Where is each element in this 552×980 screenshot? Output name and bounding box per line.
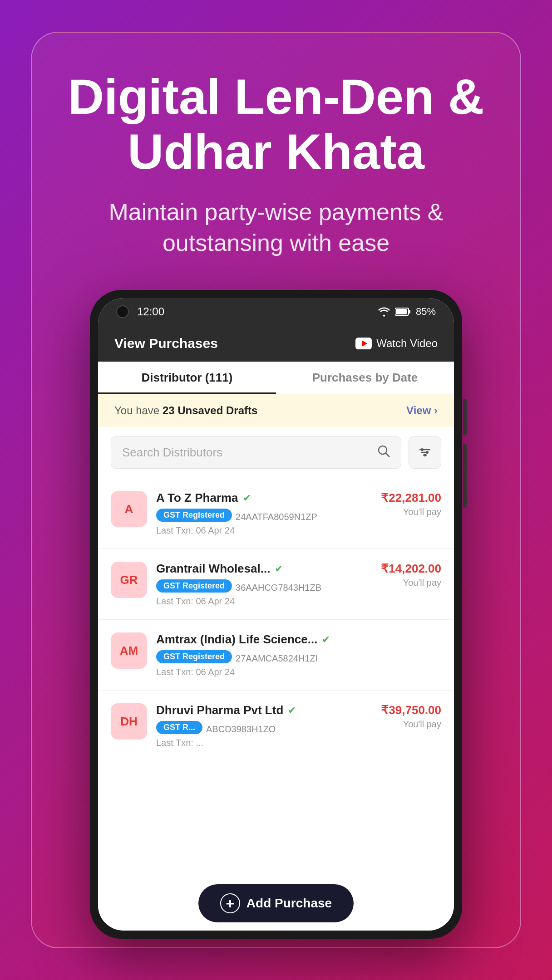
svg-rect-1	[396, 309, 407, 314]
svg-point-10	[424, 454, 426, 456]
distributor-item-1[interactable]: GR Grantrail Wholesal... ✔ GST Registere…	[98, 549, 454, 620]
search-placeholder: Search Distributors	[122, 446, 370, 460]
add-purchase-button[interactable]: + Add Purchase	[198, 884, 354, 922]
amount-label-1: You'll pay	[381, 578, 441, 588]
dist-name-row-3: Dhruvi Pharma Pvt Ltd ✔	[156, 703, 372, 717]
draft-text: You have 23 Unsaved Drafts	[114, 404, 257, 417]
draft-prefix: You have	[114, 404, 163, 416]
dist-name-3: Dhruvi Pharma Pvt Ltd	[156, 703, 283, 717]
view-drafts-link[interactable]: View ›	[406, 404, 438, 417]
amount-value-0: ₹22,281.00	[381, 491, 441, 505]
dist-info-3: Dhruvi Pharma Pvt Ltd ✔ GST R... ABCD398…	[156, 703, 372, 748]
phone-container: 12:00	[81, 290, 471, 939]
dist-name-row-0: A To Z Pharma ✔	[156, 491, 372, 505]
gst-number-2: 27AAMCA5824H1ZI	[236, 653, 318, 664]
hero-title: Digital Len-Den & Udhar Khata	[50, 69, 502, 179]
draft-highlight: 23 Unsaved Drafts	[163, 404, 257, 416]
distributor-item-2[interactable]: AM Amtrax (India) Life Science... ✔ GST …	[98, 620, 454, 691]
draft-banner: You have 23 Unsaved Drafts View ›	[98, 394, 454, 427]
gst-badge-0: GST Registered	[156, 509, 232, 522]
svg-rect-2	[409, 310, 410, 314]
status-right: 85%	[378, 306, 436, 318]
wifi-icon	[378, 307, 390, 317]
filter-button[interactable]	[409, 436, 441, 469]
battery-icon	[395, 307, 411, 317]
filter-icon	[419, 447, 431, 458]
search-icon	[377, 445, 390, 461]
dist-name-2: Amtrax (India) Life Science...	[156, 632, 317, 647]
distributor-item-0[interactable]: A A To Z Pharma ✔ GST Registered 24AATFA…	[98, 478, 454, 549]
status-time: 12:00	[137, 305, 164, 318]
dist-amount-3: ₹39,750.00 You'll pay	[381, 703, 441, 730]
dist-amount-1: ₹14,202.00 You'll pay	[381, 562, 441, 588]
dist-name-0: A To Z Pharma	[156, 491, 238, 505]
watch-video-label: Watch Video	[376, 337, 438, 350]
phone-mockup: 12:00	[90, 290, 462, 939]
app-header-title: View Purchases	[114, 336, 218, 351]
last-txn-1: Last Txn: 06 Apr 24	[156, 596, 372, 607]
search-svg	[377, 445, 390, 457]
status-bar: 12:00	[98, 298, 454, 325]
fab-plus-icon: +	[220, 893, 240, 913]
dist-name-row-2: Amtrax (India) Life Science... ✔	[156, 632, 432, 647]
dist-avatar-1: GR	[111, 562, 147, 598]
tabs-bar: Distributor (111) Purchases by Date	[98, 362, 454, 394]
gst-number-1: 36AAHCG7843H1ZB	[236, 583, 321, 593]
amount-value-1: ₹14,202.00	[381, 562, 441, 575]
gst-badge-3: GST R...	[156, 721, 202, 734]
dist-info-2: Amtrax (India) Life Science... ✔ GST Reg…	[156, 632, 432, 677]
amount-label-0: You'll pay	[381, 507, 441, 517]
tab-distributor[interactable]: Distributor (111)	[98, 362, 276, 394]
dist-info-0: A To Z Pharma ✔ GST Registered 24AATFA80…	[156, 491, 372, 536]
verified-icon-2: ✔	[322, 634, 330, 646]
dist-row2-0: GST Registered 24AATFA8059N1ZP	[156, 509, 372, 525]
gst-badge-1: GST Registered	[156, 579, 232, 593]
gst-number-3: ABCD3983H1ZO	[206, 724, 276, 735]
fab-label: Add Purchase	[246, 896, 332, 911]
amount-value-3: ₹39,750.00	[381, 703, 441, 717]
dist-avatar-0: A	[111, 491, 147, 527]
gst-number-0: 24AATFA8059N1ZP	[236, 512, 317, 522]
dist-avatar-2: AM	[111, 632, 147, 669]
dist-amount-0: ₹22,281.00 You'll pay	[381, 491, 441, 517]
dist-avatar-3: DH	[111, 703, 147, 740]
youtube-icon	[355, 338, 372, 349]
gst-badge-2: GST Registered	[156, 650, 232, 663]
fab-area: + Add Purchase	[98, 876, 454, 931]
last-txn-2: Last Txn: 06 Apr 24	[156, 667, 432, 677]
distributor-item-3[interactable]: DH Dhruvi Pharma Pvt Ltd ✔ GST R... ABCD…	[98, 691, 454, 761]
svg-line-4	[386, 453, 389, 457]
dist-name-1: Grantrail Wholesal...	[156, 562, 270, 576]
dist-row2-1: GST Registered 36AAHCG7843H1ZB	[156, 579, 372, 596]
status-left: 12:00	[116, 305, 164, 318]
watch-video-button[interactable]: Watch Video	[355, 337, 438, 350]
tab-purchases-by-date[interactable]: Purchases by Date	[276, 362, 454, 394]
verified-icon-1: ✔	[275, 563, 283, 575]
distributor-list: A A To Z Pharma ✔ GST Registered 24AATFA…	[98, 478, 454, 876]
verified-icon-0: ✔	[243, 492, 251, 504]
dist-name-row-1: Grantrail Wholesal... ✔	[156, 562, 372, 576]
dist-row2-2: GST Registered 27AAMCA5824H1ZI	[156, 650, 432, 667]
svg-point-3	[379, 446, 387, 454]
outer-card: Digital Len-Den & Udhar Khata Maintain p…	[31, 32, 521, 948]
dist-row2-3: GST R... ABCD3983H1ZO	[156, 721, 372, 738]
app-header: View Purchases Watch Video	[98, 325, 454, 362]
verified-icon-3: ✔	[288, 705, 296, 716]
search-input-wrap[interactable]: Search Distributors	[111, 436, 401, 469]
last-txn-0: Last Txn: 06 Apr 24	[156, 525, 372, 536]
battery-label: 85%	[416, 306, 436, 318]
amount-label-3: You'll pay	[381, 719, 441, 730]
dist-info-1: Grantrail Wholesal... ✔ GST Registered 3…	[156, 562, 372, 607]
svg-point-9	[426, 451, 429, 454]
hero-subtitle: Maintain party-wise payments & outstansi…	[50, 197, 502, 258]
phone-screen: 12:00	[98, 298, 454, 931]
svg-point-8	[421, 448, 424, 451]
search-area: Search Distributors	[98, 427, 454, 478]
camera-dot	[116, 305, 129, 318]
last-txn-3: Last Txn: ...	[156, 738, 372, 748]
